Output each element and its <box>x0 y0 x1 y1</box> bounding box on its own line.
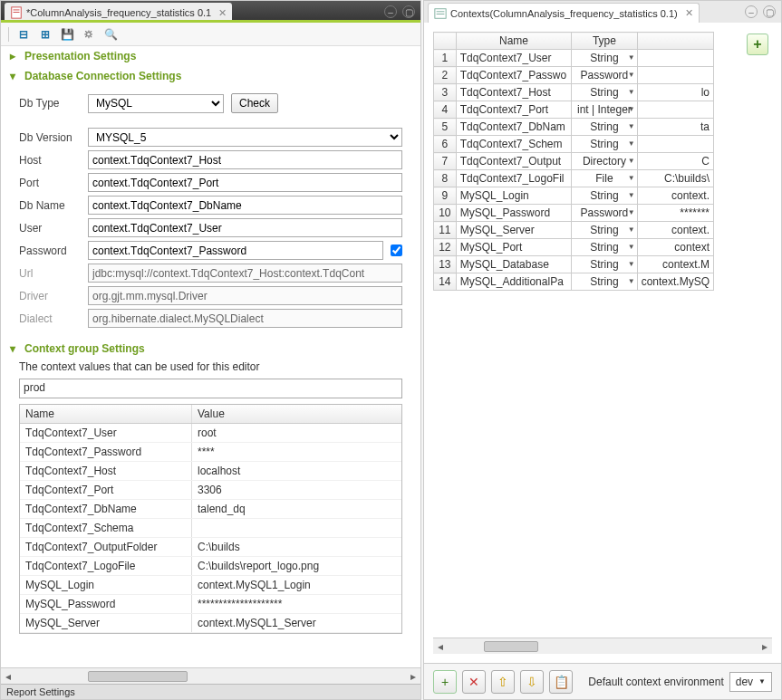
row-type[interactable]: Directory▼ <box>572 153 637 170</box>
add-column-button[interactable]: + <box>747 34 768 55</box>
save-icon[interactable]: 💾 <box>60 27 74 42</box>
scroll-left-icon[interactable]: ◂ <box>433 640 448 653</box>
scroll-thumb[interactable] <box>484 641 538 652</box>
check-button[interactable]: Check <box>231 93 278 113</box>
context-row[interactable]: TdqContext7_DbNametalend_dq <box>20 500 401 519</box>
move-up-button[interactable]: ⇧ <box>491 670 515 694</box>
chevron-down-icon[interactable]: ▼ <box>628 122 635 130</box>
row-value[interactable]: context.MySQ <box>637 273 713 291</box>
grid-row[interactable]: 1TdqContext7_UserString▼ <box>434 50 714 67</box>
grid-row[interactable]: 2TdqContext7_PasswoPassword▼ <box>434 67 714 84</box>
row-value[interactable] <box>637 136 713 153</box>
row-name[interactable]: MySQL_Database <box>456 256 572 273</box>
minimize-icon[interactable]: – <box>384 5 397 18</box>
row-name[interactable]: TdqContext7_User <box>456 50 572 67</box>
context-env-select[interactable]: prod <box>19 379 402 398</box>
maximize-icon[interactable]: ▢ <box>402 5 415 18</box>
contexts-tab[interactable]: Contexts(ColumnAnalysis_frequency_statis… <box>428 3 700 23</box>
row-name[interactable]: MySQL_Port <box>456 239 572 256</box>
chevron-down-icon[interactable]: ▼ <box>628 105 635 113</box>
maximize-icon[interactable]: ▢ <box>763 5 776 18</box>
scroll-thumb[interactable] <box>88 671 188 682</box>
row-name[interactable]: TdqContext7_Port <box>456 101 572 119</box>
row-value[interactable]: context. <box>637 187 713 205</box>
row-value[interactable]: ta <box>637 119 713 136</box>
context-row[interactable]: TdqContext7_Password**** <box>20 443 401 462</box>
section-context-group[interactable]: ▾ Context group Settings <box>1 339 420 359</box>
row-value[interactable]: C <box>637 153 713 170</box>
close-icon[interactable]: ✕ <box>685 7 693 19</box>
context-row[interactable]: TdqContext7_Schema <box>20 519 401 538</box>
report-settings-tab[interactable]: Report Settings <box>1 684 420 699</box>
grid-col-value[interactable] <box>637 33 713 50</box>
context-row[interactable]: TdqContext7_Port3306 <box>20 481 401 500</box>
copy-button[interactable]: 📋 <box>549 670 573 694</box>
chevron-down-icon[interactable]: ▼ <box>628 71 635 79</box>
section-db-connection[interactable]: ▾ Database Connection Settings <box>1 66 420 86</box>
row-value[interactable]: context <box>637 239 713 256</box>
user-input[interactable] <box>88 218 402 237</box>
add-button[interactable]: + <box>433 670 457 694</box>
row-name[interactable]: MySQL_Login <box>456 187 572 205</box>
dbversion-select[interactable]: MYSQL_5 <box>88 128 402 147</box>
row-name[interactable]: TdqContext7_LogoFil <box>456 170 572 187</box>
chevron-down-icon[interactable]: ▼ <box>628 174 635 182</box>
row-name[interactable]: TdqContext7_DbNam <box>456 119 572 136</box>
row-type[interactable]: String▼ <box>572 222 637 239</box>
grid-col-type[interactable]: Type <box>572 33 637 50</box>
chevron-down-icon[interactable]: ▼ <box>628 243 635 251</box>
grid-row[interactable]: 8TdqContext7_LogoFilFile▼C:\builds\ <box>434 170 714 187</box>
horizontal-scrollbar[interactable]: ◂ ▸ <box>1 667 420 684</box>
grid-row[interactable]: 14MySQL_AdditionalPaString▼context.MySQ <box>434 273 714 291</box>
row-type[interactable]: String▼ <box>572 187 637 205</box>
grid-col-name[interactable]: Name <box>456 33 572 50</box>
dbname-input[interactable] <box>88 196 402 215</box>
delete-button[interactable]: ✕ <box>462 670 486 694</box>
grid-row[interactable]: 7TdqContext7_OutputDirectory▼C <box>434 153 714 170</box>
expand-all-icon[interactable]: ⊞ <box>38 27 53 42</box>
dbtype-select[interactable]: MySQL <box>88 94 224 113</box>
row-name[interactable]: TdqContext7_Passwo <box>456 67 572 84</box>
chevron-down-icon[interactable]: ▼ <box>628 225 635 234</box>
row-value[interactable]: context. <box>637 222 713 239</box>
context-row[interactable]: TdqContext7_LogoFileC:\builds\report_log… <box>20 557 401 576</box>
row-value[interactable]: context.M <box>637 256 713 273</box>
row-name[interactable]: TdqContext7_Schem <box>456 136 572 153</box>
close-icon[interactable]: ✕ <box>218 7 227 19</box>
search-icon[interactable]: 🔍 <box>103 27 118 42</box>
row-value[interactable] <box>637 101 713 119</box>
password-checkbox[interactable] <box>391 245 402 256</box>
grid-row[interactable]: 13MySQL_DatabaseString▼context.M <box>434 256 714 273</box>
grid-row[interactable]: 12MySQL_PortString▼context <box>434 239 714 256</box>
row-type[interactable]: Password▼ <box>572 205 637 222</box>
context-row[interactable]: TdqContext7_Userroot <box>20 424 401 443</box>
row-type[interactable]: File▼ <box>572 170 637 187</box>
row-name[interactable]: TdqContext7_Host <box>456 84 572 101</box>
context-row[interactable]: TdqContext7_Hostlocalhost <box>20 462 401 481</box>
row-type[interactable]: String▼ <box>572 136 637 153</box>
row-name[interactable]: MySQL_Server <box>456 222 572 239</box>
row-type[interactable]: String▼ <box>572 256 637 273</box>
row-name[interactable]: TdqContext7_Output <box>456 153 572 170</box>
chevron-down-icon[interactable]: ▼ <box>628 157 635 165</box>
row-type[interactable]: String▼ <box>572 84 637 101</box>
grid-row[interactable]: 5TdqContext7_DbNamString▼ta <box>434 119 714 136</box>
chevron-down-icon[interactable]: ▼ <box>628 139 635 148</box>
row-type[interactable]: String▼ <box>572 50 637 67</box>
row-value[interactable] <box>637 67 713 84</box>
minimize-icon[interactable]: – <box>745 5 758 18</box>
scroll-right-icon[interactable]: ▸ <box>406 670 420 683</box>
collapse-all-icon[interactable]: ⊟ <box>16 27 31 42</box>
row-type[interactable]: Password▼ <box>572 67 637 84</box>
chevron-down-icon[interactable]: ▼ <box>628 191 635 199</box>
chevron-down-icon[interactable]: ▼ <box>628 88 635 96</box>
context-row[interactable]: MySQL_Login context.MySQL1_Login <box>20 576 401 595</box>
chevron-down-icon[interactable]: ▼ <box>628 53 635 62</box>
grid-row[interactable]: 9MySQL_LoginString▼context. <box>434 187 714 205</box>
section-presentation[interactable]: ▸ Presentation Settings <box>1 46 420 66</box>
context-row[interactable]: TdqContext7_OutputFolderC:\builds <box>20 538 401 557</box>
row-type[interactable]: String▼ <box>572 273 637 291</box>
port-input[interactable] <box>88 173 402 192</box>
chevron-down-icon[interactable]: ▼ <box>628 260 635 268</box>
default-env-select[interactable]: dev ▼ <box>729 672 772 692</box>
